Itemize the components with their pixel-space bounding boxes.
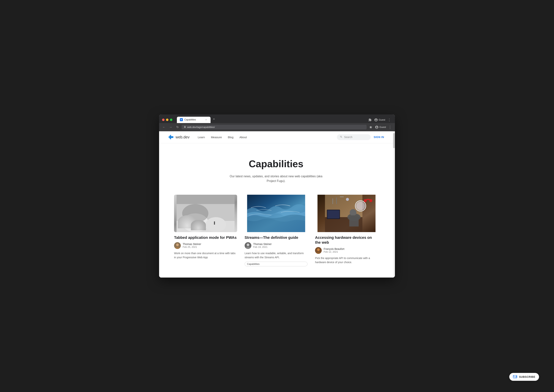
logo-icon [168,134,174,140]
extensions-icon[interactable] [367,117,373,123]
avatar-image-3 [315,247,322,254]
nav-learn[interactable]: Learn [196,134,207,140]
site-logo[interactable]: web.dev [168,134,190,140]
website-content: web.dev Learn Measure Blog About [159,131,393,278]
svg-rect-7 [192,219,192,223]
browser-window: Capabilities × + Guest ⋮ [159,114,395,278]
avatar-image-1 [174,242,181,249]
site-nav: Learn Measure Blog About [196,134,337,140]
minimize-button[interactable] [166,119,169,121]
author-name-2: Thomas Steiner [253,243,272,245]
svg-point-11 [182,204,208,223]
url-text: web.dev/tags/capabilities/ [187,126,215,128]
svg-rect-24 [327,210,340,218]
hero-section: Capabilities Our latest news, updates, a… [159,143,393,195]
site-header-right: Search SIGN IN [337,134,384,140]
browser-extras-right: Guest ⋮ [367,117,392,123]
svg-point-33 [346,198,349,201]
svg-point-28 [350,209,356,216]
sign-in-button[interactable]: SIGN IN [374,136,384,139]
svg-point-34 [364,199,367,202]
toolbar-extensions-icon[interactable] [368,125,373,130]
avatar-image-2 [245,242,251,249]
article-date-1: Feb 25, 2021 [183,245,201,248]
address-bar[interactable]: web.dev/tags/capabilities/ [182,125,367,129]
svg-point-18 [247,244,249,246]
toolbar-extras: Guest ⋮ [368,125,393,130]
author-name-1: Thomas Steiner [183,243,201,245]
browser-titlebar: Capabilities × + Guest ⋮ [159,114,395,123]
nav-blog[interactable]: Blog [226,134,236,140]
browser-toolbar: ← → ↻ web.dev/tags/capabilities/ [159,123,395,131]
scrollbar-thumb[interactable] [393,133,395,148]
hardware-image [315,195,378,232]
author-name-3: François Beaufort [324,247,344,250]
search-icon [340,136,342,139]
svg-rect-10 [214,221,215,225]
author-info-3: François Beaufort Feb 12, 2021 [324,247,344,253]
article-author-row-1: Thomas Steiner Feb 25, 2021 [174,242,237,249]
articles-section: Tabbed application mode for PWAs [159,195,393,278]
svg-point-26 [356,201,365,210]
site-header: web.dev Learn Measure Blog About [159,131,393,143]
author-avatar-2 [245,242,251,249]
article-title-1[interactable]: Tabbed application mode for PWAs [174,235,237,240]
traffic-lights [162,119,172,121]
author-avatar-3 [315,247,322,254]
subscribe-button[interactable]: SUBSCRIBE [509,373,539,381]
svg-rect-30 [333,198,333,204]
tab-close-button[interactable]: × [205,118,207,121]
article-card-3: Accessing hardware devices on the web [315,195,378,266]
profile-button[interactable]: Guest [374,118,385,122]
article-image-1 [174,195,237,232]
svg-rect-12 [177,195,234,204]
svg-point-37 [317,248,320,251]
article-excerpt-2: Learn how to use readable, writable, and… [245,251,308,259]
author-info-2: Thomas Steiner Feb 19, 2021 [253,243,272,248]
snow-domes-image [174,195,237,232]
search-box[interactable]: Search [337,134,370,140]
browser-menu-icon[interactable]: ⋮ [387,117,392,123]
profile-name: Guest [379,118,385,121]
article-title-3[interactable]: Accessing hardware devices on the web [315,235,378,245]
tab-favicon [180,118,183,121]
toolbar-profile-button[interactable]: Guest [375,125,386,129]
article-excerpt-3: Pick the appropriate API to communicate … [315,256,378,265]
search-placeholder: Search [344,136,352,139]
subscribe-icon [513,375,517,378]
close-button[interactable] [162,119,164,121]
browser-tabs: Capabilities × + [177,117,365,123]
logo-text: web.dev [176,135,190,139]
article-date-2: Feb 19, 2021 [253,245,272,248]
article-card-1: Tabbed application mode for PWAs [174,195,237,266]
refresh-button[interactable]: ↻ [175,125,180,130]
svg-rect-31 [336,197,337,204]
article-author-row-3: François Beaufort Feb 12, 2021 [315,247,378,254]
svg-point-9 [206,217,226,232]
page-scrollbar[interactable] [393,131,395,278]
article-author-row-2: Thomas Steiner Feb 19, 2021 [245,242,308,249]
maximize-button[interactable] [170,119,172,121]
author-info-1: Thomas Steiner Feb 25, 2021 [183,243,201,248]
nav-measure[interactable]: Measure [209,134,224,140]
article-tag-2[interactable]: Capabilities [245,262,308,266]
page-wrapper: web.dev Learn Measure Blog About [159,131,395,278]
new-tab-button[interactable]: + [211,117,217,122]
lock-icon [184,126,186,128]
hero-description: Our latest news, updates, and stories ab… [227,174,325,183]
browser-chrome: Capabilities × + Guest ⋮ [159,114,395,131]
article-title-2[interactable]: Streams—The definitive guide [245,235,308,240]
svg-rect-29 [349,215,359,226]
toolbar-menu-icon[interactable]: ⋮ [387,125,393,130]
article-image-2 [245,195,308,232]
article-date-3: Feb 12, 2021 [324,250,344,253]
forward-button[interactable]: → [168,125,173,130]
back-button[interactable]: ← [161,125,167,130]
author-avatar-1 [174,242,181,249]
articles-grid: Tabbed application mode for PWAs [174,195,378,266]
nav-about[interactable]: About [237,134,249,140]
article-excerpt-1: Work on more than one document at a time… [174,251,237,259]
browser-tab-active[interactable]: Capabilities × [177,117,211,123]
streams-image [245,195,308,232]
svg-rect-8 [193,219,194,223]
